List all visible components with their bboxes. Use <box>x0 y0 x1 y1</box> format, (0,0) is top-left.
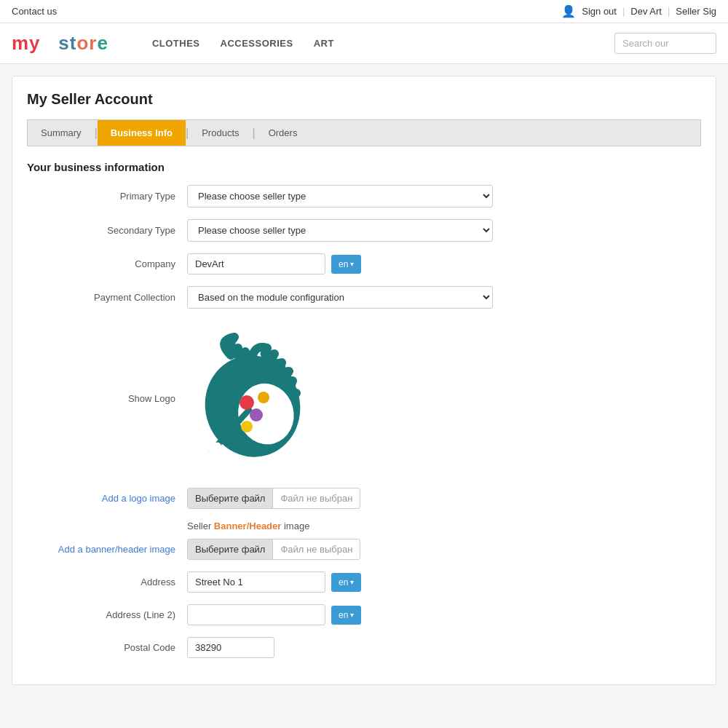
top-bar-left: Contact us <box>12 6 57 17</box>
company-label: Company <box>27 258 187 269</box>
top-bar-right: 👤 Sign out | Dev Art | Seller Sig <box>561 4 716 18</box>
seller-banner-label-text: Seller Banner/Header image <box>187 521 309 531</box>
postal-input[interactable] <box>187 637 274 658</box>
logo-file-btn[interactable]: Выберите файл <box>188 488 273 508</box>
svg-point-6 <box>250 408 263 422</box>
nav-clothes[interactable]: CLOTHES <box>152 38 200 49</box>
devart-link[interactable]: Dev Art <box>630 6 662 17</box>
tabs-bar: Summary | Business Info | Products | Ord… <box>27 119 701 146</box>
tab-summary[interactable]: Summary <box>28 120 95 146</box>
banner-file-btn[interactable]: Выберите файл <box>188 539 273 559</box>
logo-svg <box>187 326 304 464</box>
svg-point-7 <box>241 421 253 432</box>
company-row: Company en <box>27 253 701 274</box>
top-bar: Contact us 👤 Sign out | Dev Art | Seller… <box>0 0 728 23</box>
seller-sig-link[interactable]: Seller Sig <box>676 6 716 17</box>
nav-accessories[interactable]: ACCESSORIES <box>221 38 293 49</box>
add-banner-label: Add a banner/header image <box>27 544 187 555</box>
logo-file-input: Выберите файл Файл не выбран <box>187 488 360 509</box>
logo-st: st <box>58 32 76 54</box>
main-content: My Seller Account Summary | Business Inf… <box>12 76 716 685</box>
address2-label: Address (Line 2) <box>27 609 187 620</box>
banner-file-no-selected: Файл не выбран <box>273 539 360 559</box>
company-input[interactable] <box>187 253 325 274</box>
company-input-group: en <box>187 253 361 274</box>
address2-row: Address (Line 2) en <box>27 604 701 625</box>
payment-label: Payment Collection <box>27 292 187 303</box>
address-row: Address en <box>27 571 701 593</box>
address2-input[interactable] <box>187 604 325 625</box>
sign-out-link[interactable]: Sign out <box>582 6 617 17</box>
address-input-group: en <box>187 571 361 593</box>
postal-row: Postal Code <box>27 637 701 658</box>
show-logo-row: Show Logo <box>27 320 701 476</box>
primary-type-row: Primary Type Please choose seller type <box>27 185 701 207</box>
banner-highlight: Banner/Header <box>214 521 281 531</box>
logo-file-no-selected: Файл не выбран <box>273 488 360 508</box>
tab-orders[interactable]: Orders <box>256 120 311 146</box>
separator2: | <box>668 6 670 17</box>
secondary-type-row: Secondary Type Please choose seller type <box>27 219 701 242</box>
user-icon: 👤 <box>561 4 576 18</box>
postal-label: Postal Code <box>27 642 187 653</box>
tab-business-info[interactable]: Business Info <box>98 120 186 146</box>
logo-e: e <box>97 32 108 54</box>
logo: my store <box>12 32 108 55</box>
banner-file-input: Выберите файл Файл не выбран <box>187 539 360 560</box>
logo-image-area <box>187 326 304 464</box>
main-nav: CLOTHES ACCESSORIES ART <box>152 38 334 49</box>
separator: | <box>622 6 625 17</box>
address-label: Address <box>27 577 187 587</box>
add-logo-row: Add a logo image Выберите файл Файл не в… <box>27 488 701 509</box>
show-logo-label: Show Logo <box>27 393 187 404</box>
address2-en-button[interactable]: en <box>331 606 361 625</box>
svg-point-5 <box>258 392 269 403</box>
company-en-button[interactable]: en <box>331 255 361 274</box>
primary-type-label: Primary Type <box>27 191 187 202</box>
address2-input-group: en <box>187 604 361 625</box>
address-input[interactable] <box>187 571 325 593</box>
search-placeholder-text: Search our <box>622 38 669 49</box>
section-heading: Your business information <box>27 161 701 173</box>
primary-type-select[interactable]: Please choose seller type <box>187 185 493 207</box>
header: my store CLOTHES ACCESSORIES ART Search … <box>0 23 728 64</box>
seller-banner-label-row: Seller Banner/Header image <box>27 521 701 534</box>
secondary-type-select[interactable]: Please choose seller type <box>187 219 493 242</box>
add-logo-label: Add a logo image <box>27 493 187 504</box>
svg-point-4 <box>240 395 254 410</box>
secondary-type-label: Secondary Type <box>27 225 187 236</box>
contact-us-link[interactable]: Contact us <box>12 6 57 17</box>
nav-art[interactable]: ART <box>314 38 334 49</box>
payment-select[interactable]: Based on the module configuration <box>187 286 493 309</box>
search-box: Search our <box>614 33 716 54</box>
add-banner-row: Add a banner/header image Выберите файл … <box>27 539 701 560</box>
payment-row: Payment Collection Based on the module c… <box>27 286 701 309</box>
logo-my: my <box>12 32 41 54</box>
address-en-button[interactable]: en <box>331 573 361 592</box>
tab-products[interactable]: Products <box>189 120 252 146</box>
page-title: My Seller Account <box>27 91 701 108</box>
logo-or: or <box>76 32 97 54</box>
